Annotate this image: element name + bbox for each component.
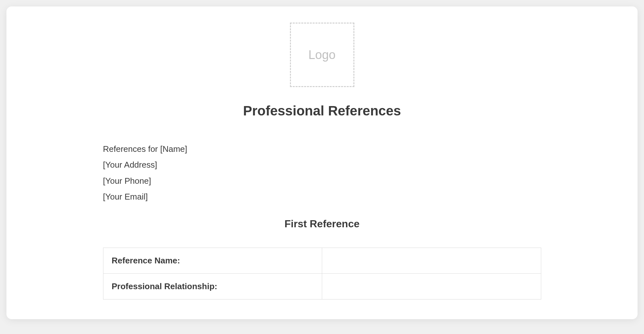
reference-table: Reference Name: Professional Relationshi… — [103, 248, 541, 300]
table-row: Professional Relationship: — [103, 273, 541, 299]
phone-line: [Your Phone] — [103, 173, 541, 189]
professional-relationship-label: Professional Relationship: — [103, 273, 322, 299]
professional-relationship-value[interactable] — [322, 273, 541, 299]
email-line: [Your Email] — [103, 189, 541, 205]
table-row: Reference Name: — [103, 248, 541, 273]
document-container: Logo Professional References References … — [6, 6, 638, 319]
logo-placeholder-text: Logo — [308, 48, 336, 62]
applicant-info: References for [Name] [Your Address] [Yo… — [103, 141, 541, 205]
references-for-line: References for [Name] — [103, 141, 541, 157]
logo-placeholder[interactable]: Logo — [290, 23, 354, 87]
reference-name-value[interactable] — [322, 248, 541, 273]
reference-name-label: Reference Name: — [103, 248, 322, 273]
address-line: [Your Address] — [103, 157, 541, 173]
first-reference-heading: First Reference — [103, 218, 541, 230]
document-title: Professional References — [103, 103, 541, 119]
document-page: Logo Professional References References … — [77, 13, 567, 300]
